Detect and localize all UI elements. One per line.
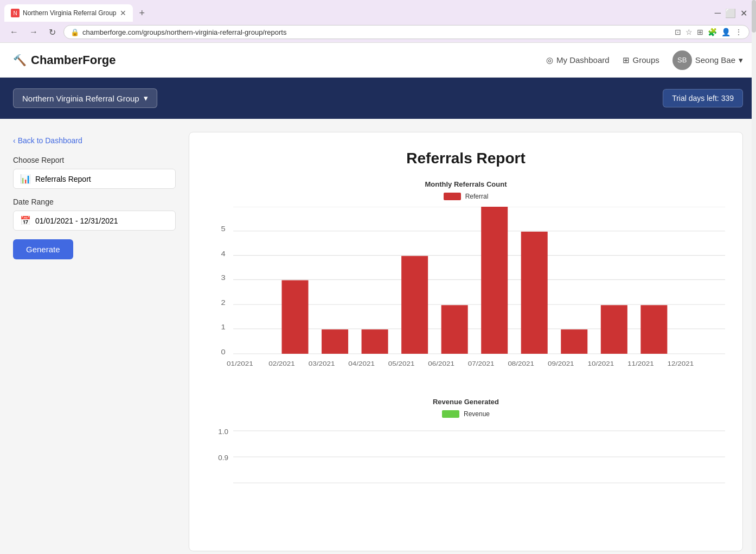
dashboard-icon: ◎ (546, 55, 553, 65)
address-bar-row: ← → ↻ 🔒 chamberforge.com/groups/northern… (0, 22, 756, 42)
scrollbar-track[interactable] (752, 0, 756, 554)
app-header: 🔨 ChamberForge ◎ My Dashboard ⊞ Groups S… (0, 43, 756, 78)
bar-05-2021 (362, 329, 388, 354)
bar-07-2021 (441, 305, 468, 354)
bar-12-2021 (640, 305, 667, 354)
svg-text:6: 6 (221, 207, 226, 208)
lock-icon: 🔒 (71, 28, 79, 36)
bar-04-2021 (322, 329, 348, 354)
monthly-chart-container: 0 1 2 3 4 5 6 (207, 207, 725, 380)
address-bar[interactable]: 🔒 chamberforge.com/groups/northern-virgi… (63, 25, 749, 39)
back-button[interactable]: ← (7, 26, 22, 38)
svg-text:06/2021: 06/2021 (428, 360, 454, 367)
bar-11-2021 (601, 305, 627, 354)
new-tab-button[interactable]: + (135, 5, 150, 21)
profile-icon[interactable]: 👤 (721, 28, 731, 36)
groups-label: Groups (633, 55, 659, 65)
date-range-label: Date Range (13, 198, 176, 206)
logo-icon: 🔨 (13, 54, 27, 67)
tab-title: Northern Virginia Referral Group (23, 9, 117, 17)
back-link-text: Back to Dashboard (18, 136, 82, 145)
svg-text:2: 2 (221, 299, 226, 307)
svg-text:1: 1 (221, 323, 226, 331)
group-name: Northern Virginia Referral Group (22, 94, 139, 103)
tab-favicon: N (11, 9, 20, 17)
forward-button[interactable]: → (26, 26, 41, 38)
groups-icon: ⊞ (623, 55, 630, 65)
revenue-legend-label: Revenue (464, 410, 490, 418)
tab-bar: N Northern Virginia Referral Group ✕ + ─… (0, 0, 756, 22)
header-nav: ◎ My Dashboard ⊞ Groups SB Seong Bae ▾ (546, 50, 743, 70)
reload-button[interactable]: ↻ (46, 26, 59, 39)
avatar: SB (672, 50, 692, 70)
generate-button[interactable]: Generate (13, 239, 73, 259)
sidebar: ‹ Back to Dashboard Choose Report 📊 Refe… (13, 132, 176, 551)
restore-icon[interactable]: ⬜ (725, 8, 736, 18)
date-range-picker[interactable]: 📅 01/01/2021 - 12/31/2021 (13, 211, 176, 231)
my-dashboard-link[interactable]: ◎ My Dashboard (546, 55, 610, 65)
menu-icon[interactable]: ⋮ (735, 28, 742, 36)
bar-09-2021 (521, 232, 548, 354)
svg-text:02/2021: 02/2021 (268, 360, 295, 367)
tab-close-button[interactable]: ✕ (120, 9, 126, 17)
bar-10-2021 (561, 329, 587, 354)
svg-text:08/2021: 08/2021 (508, 360, 534, 367)
address-bar-actions: ⊡ ☆ ⊞ 🧩 👤 ⋮ (675, 28, 742, 36)
bar-chart-icon: 📊 (20, 174, 31, 184)
monthly-chart-legend: Referral (207, 193, 725, 200)
svg-text:4: 4 (221, 250, 226, 258)
user-name: Seong Bae (695, 55, 735, 65)
svg-text:3: 3 (221, 274, 226, 282)
svg-text:05/2021: 05/2021 (388, 360, 415, 367)
active-tab[interactable]: N Northern Virginia Referral Group ✕ (4, 4, 133, 22)
group-selector[interactable]: Northern Virginia Referral Group ▾ (13, 88, 157, 108)
puzzle-icon[interactable]: 🧩 (708, 28, 717, 36)
monthly-chart-svg: 0 1 2 3 4 5 6 (207, 207, 725, 380)
revenue-chart-legend: Revenue (207, 410, 725, 418)
url-text: chamberforge.com/groups/northern-virgini… (82, 28, 286, 36)
revenue-chart-svg: 1.0 0.9 (207, 424, 725, 489)
bar-08-2021 (481, 207, 508, 354)
logo-text: ChamberForge (31, 53, 116, 67)
bookmark-icon[interactable]: ☆ (685, 28, 693, 36)
back-to-dashboard-link[interactable]: ‹ Back to Dashboard (13, 136, 176, 145)
dashboard-label: My Dashboard (556, 55, 610, 65)
groups-link[interactable]: ⊞ Groups (623, 55, 659, 65)
browser-chrome: N Northern Virginia Referral Group ✕ + ─… (0, 0, 756, 43)
svg-text:09/2021: 09/2021 (548, 360, 574, 367)
referral-legend-label: Referral (465, 193, 489, 200)
svg-text:10/2021: 10/2021 (587, 360, 614, 367)
svg-text:11/2021: 11/2021 (627, 360, 654, 367)
back-arrow-icon: ‹ (13, 136, 16, 145)
bar-03-2021 (281, 280, 308, 353)
svg-text:04/2021: 04/2021 (348, 360, 375, 367)
minimize-icon[interactable]: ─ (715, 8, 721, 18)
user-menu[interactable]: SB Seong Bae ▾ (672, 50, 743, 70)
report-selector[interactable]: 📊 Referrals Report (13, 169, 176, 189)
date-range-value: 01/01/2021 - 12/31/2021 (35, 216, 118, 225)
extension-icon[interactable]: ⊞ (697, 28, 703, 36)
revenue-legend-color (442, 410, 459, 418)
close-window-icon[interactable]: ✕ (740, 8, 747, 18)
svg-text:12/2021: 12/2021 (668, 360, 694, 367)
monthly-referrals-section: Monthly Referrals Count Referral 0 1 2 3… (207, 180, 725, 380)
banner: Northern Virginia Referral Group ▾ Trial… (0, 78, 756, 119)
svg-text:1.0: 1.0 (218, 428, 228, 436)
logo: 🔨 ChamberForge (13, 53, 116, 67)
cast-icon[interactable]: ⊡ (675, 28, 681, 36)
svg-text:5: 5 (221, 225, 226, 233)
bar-06-2021 (401, 256, 428, 354)
scrollbar-thumb[interactable] (752, 0, 756, 33)
svg-text:03/2021: 03/2021 (309, 360, 335, 367)
group-selector-chevron: ▾ (144, 93, 148, 103)
main-content: ‹ Back to Dashboard Choose Report 📊 Refe… (0, 119, 756, 554)
calendar-icon: 📅 (20, 215, 31, 226)
report-panel: Referrals Report Monthly Referrals Count… (189, 132, 743, 551)
revenue-section: Revenue Generated Revenue 1.0 0.9 (207, 398, 725, 489)
svg-text:01/2021: 01/2021 (227, 360, 253, 367)
svg-text:0: 0 (221, 348, 226, 356)
revenue-chart-label: Revenue Generated (207, 398, 725, 406)
svg-text:07/2021: 07/2021 (468, 360, 495, 367)
trial-label: Trial days left: 339 (672, 94, 734, 103)
monthly-chart-label: Monthly Referrals Count (207, 180, 725, 188)
